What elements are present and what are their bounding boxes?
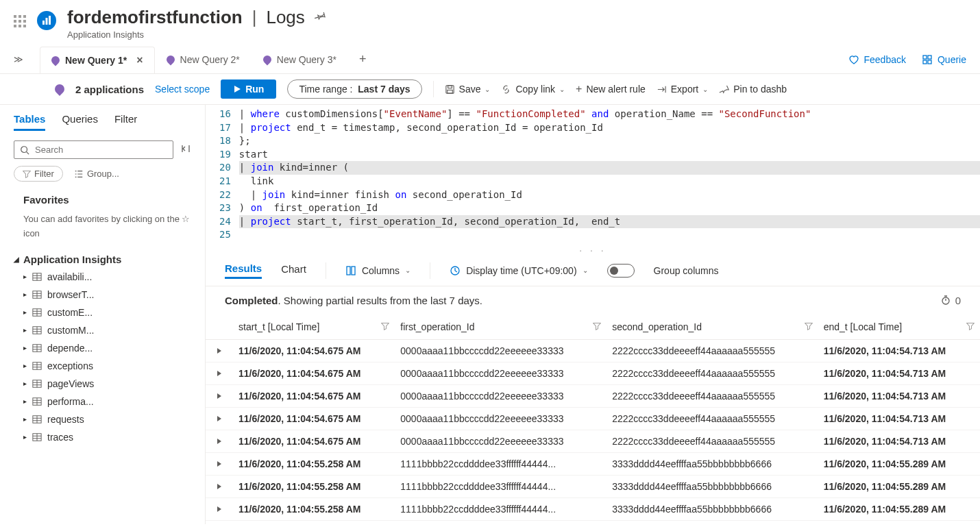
table-row[interactable]: 11/6/2020, 11:04:55.258 AM1111bbbb22ccdd…	[206, 452, 980, 475]
column-header[interactable]: first_operation_Id	[395, 315, 607, 340]
expand-row-icon[interactable]	[206, 430, 233, 452]
chart-tab[interactable]: Chart	[281, 263, 306, 278]
table-item[interactable]: ▸depende...	[23, 339, 205, 357]
tree-group-appinsights[interactable]: ◢ Application Insights	[14, 251, 205, 268]
expand-row-icon[interactable]	[206, 362, 233, 384]
tables-tab[interactable]: Tables	[14, 113, 45, 131]
table-icon	[32, 361, 42, 371]
table-item[interactable]: ▸customE...	[23, 304, 205, 321]
svg-rect-3	[923, 56, 927, 59]
export-button[interactable]: Export⌄	[657, 84, 708, 95]
bulb-icon	[53, 82, 66, 96]
expand-row-icon[interactable]	[206, 475, 233, 497]
query-tab[interactable]: New Query 2*	[155, 46, 252, 73]
filter-icon[interactable]	[805, 321, 813, 332]
select-scope-link[interactable]: Select scope	[155, 84, 210, 95]
chevron-right-icon: ▸	[23, 326, 27, 334]
table-icon	[32, 290, 42, 299]
table-row[interactable]: 11/6/2020, 11:04:54.675 AM0000aaaa11bbcc…	[206, 384, 980, 407]
svg-rect-22	[352, 267, 355, 275]
filter-tab[interactable]: Filter	[114, 113, 137, 131]
svg-rect-5	[923, 60, 927, 64]
results-toolbar: Results Chart Columns ⌄ Display time (UT…	[206, 256, 980, 286]
table-row[interactable]: 11/6/2020, 11:04:54.675 AM0000aaaa11bbcc…	[206, 362, 980, 384]
bulb-icon	[50, 55, 62, 66]
table-item[interactable]: ▸exceptions	[23, 357, 205, 375]
clock-icon	[450, 265, 461, 276]
save-button[interactable]: Save⌄	[445, 84, 491, 95]
favorites-heading: Favorites	[23, 194, 191, 206]
chevron-right-icon: ▸	[23, 344, 27, 352]
group-by-button[interactable]: Group...	[74, 169, 119, 179]
column-header[interactable]: start_t [Local Time]	[233, 315, 395, 340]
search-input[interactable]	[14, 140, 173, 159]
run-button[interactable]: Run	[221, 79, 276, 99]
bulb-icon	[261, 54, 273, 66]
list-icon	[74, 169, 84, 179]
group-columns-toggle[interactable]	[607, 264, 635, 278]
table-icon	[32, 308, 42, 317]
filter-icon[interactable]	[966, 321, 975, 332]
feedback-button[interactable]: Feedback	[848, 54, 905, 65]
applications-count[interactable]: 2 applications	[75, 84, 144, 95]
table-row[interactable]: 11/6/2020, 11:04:54.675 AM0000aaaa11bbcc…	[206, 339, 980, 362]
query-editor[interactable]: 16171819202122232425 | where customDimen…	[206, 105, 980, 247]
filter-button[interactable]: Filter	[14, 166, 63, 182]
expand-row-icon[interactable]	[206, 452, 233, 475]
splitter-handle[interactable]: · · ·	[206, 247, 980, 256]
svg-point-10	[21, 146, 27, 152]
pin-dashboard-button[interactable]: Pin to dashb	[719, 84, 787, 95]
query-tab[interactable]: New Query 3*	[252, 46, 348, 73]
table-item[interactable]: ▸customM...	[23, 321, 205, 339]
chevron-right-icon: ▸	[23, 380, 27, 387]
table-row[interactable]: 11/6/2020, 11:04:55.258 AM1111bbbb22ccdd…	[206, 475, 980, 497]
filter-icon[interactable]	[381, 321, 389, 332]
svg-rect-9	[447, 90, 452, 93]
schema-sidebar: Tables Queries Filter Filter Group...	[0, 105, 206, 524]
table-icon	[32, 343, 42, 353]
expand-row-icon[interactable]	[206, 497, 233, 520]
table-item[interactable]: ▸requests	[23, 410, 205, 428]
collapse-icon[interactable]	[180, 143, 191, 156]
table-row[interactable]: 11/6/2020, 11:04:55.258 AM1111bbbb22ccdd…	[206, 497, 980, 520]
display-time-button[interactable]: Display time (UTC+09:00) ⌄	[450, 265, 587, 276]
svg-rect-0	[42, 21, 45, 25]
time-range-picker[interactable]: Time range : Last 7 days	[287, 79, 421, 99]
copy-link-button[interactable]: Copy link⌄	[501, 84, 565, 95]
table-item[interactable]: ▸browserT...	[23, 286, 205, 304]
table-item[interactable]: ▸performa...	[23, 393, 205, 410]
results-tab[interactable]: Results	[225, 262, 262, 279]
table-icon	[32, 272, 42, 282]
query-tab[interactable]: New Query 1*×	[40, 47, 155, 73]
filter-icon[interactable]	[593, 321, 601, 332]
queries-button[interactable]: Querie	[922, 54, 966, 65]
page-title: Logs	[266, 7, 304, 28]
waffle-icon[interactable]	[14, 15, 26, 27]
table-item[interactable]: ▸traces	[23, 428, 205, 446]
pin-icon[interactable]	[315, 10, 326, 25]
table-item[interactable]: ▸pageViews	[23, 375, 205, 393]
table-row[interactable]: 11/6/2020, 11:04:54.675 AM0000aaaa11bbcc…	[206, 430, 980, 452]
bulb-icon	[164, 54, 176, 66]
queries-tab[interactable]: Queries	[62, 113, 98, 131]
chevron-right-icon: ▸	[23, 308, 27, 316]
chevron-right-icon: ▸	[23, 273, 27, 280]
add-tab-button[interactable]: +	[348, 45, 378, 73]
filter-icon	[23, 170, 31, 178]
expand-row-icon[interactable]	[206, 339, 233, 362]
expand-row-icon[interactable]	[206, 407, 233, 430]
resource-type: Application Insights	[67, 29, 966, 40]
expand-icon[interactable]: ≫	[14, 54, 23, 64]
expand-row-icon[interactable]	[206, 384, 233, 407]
svg-rect-6	[928, 60, 931, 64]
close-icon[interactable]: ×	[136, 54, 143, 66]
new-alert-button[interactable]: + New alert rule	[576, 83, 646, 95]
column-header[interactable]: end_t [Local Time]	[818, 315, 980, 340]
table-row[interactable]: 11/6/2020, 11:04:54.675 AM0000aaaa11bbcc…	[206, 407, 980, 430]
chevron-right-icon: ▸	[23, 291, 27, 298]
table-icon	[32, 415, 42, 424]
search-icon	[20, 145, 29, 155]
table-item[interactable]: ▸availabili...	[23, 268, 205, 286]
columns-button[interactable]: Columns ⌄	[345, 265, 411, 276]
column-header[interactable]: second_operation_Id	[607, 315, 818, 340]
